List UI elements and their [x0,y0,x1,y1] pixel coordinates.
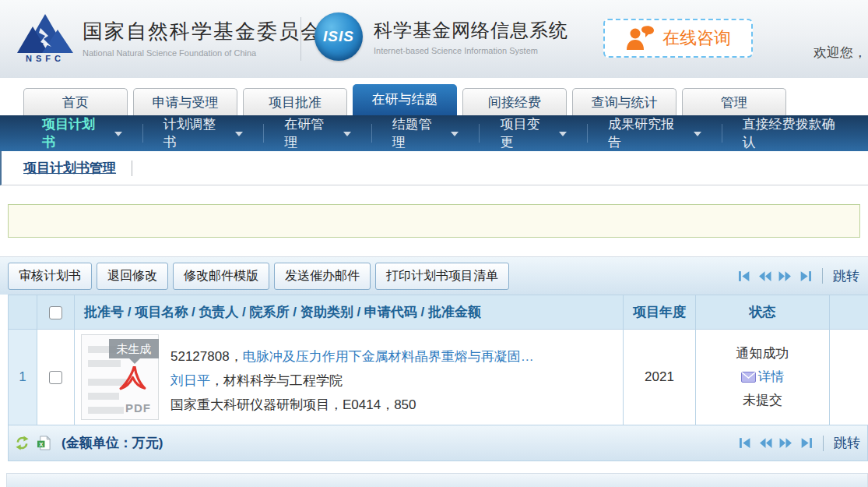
message-box [8,204,860,238]
row-extra-cell [830,330,868,425]
return-revise-button[interactable]: 退回修改 [97,263,168,290]
pdf-label: PDF [125,401,151,415]
nsfc-logo-icon: NSFC [17,12,73,62]
adobe-pdf-icon [119,366,147,393]
header: NSFC 国家自然科学基金委员会 National Natural Scienc… [0,0,868,78]
detail-link[interactable]: 详情 [758,369,785,384]
next-page-icon[interactable] [778,270,792,283]
menu-label: 结题管理 [392,115,445,151]
org-name-en: National Natural Science Foundation of C… [83,48,322,58]
consult-person-icon [625,25,655,51]
jump-to-page-label[interactable]: 跳转 [834,434,860,452]
chevron-down-icon [235,132,243,136]
pdf-thumbnail[interactable]: 未生成 PDF [81,334,159,420]
col-header-index [9,295,37,330]
status-notify: 通知成功 [696,342,829,365]
table-header-row: 批准号 / 项目名称 / 负责人 / 院系所 / 资助类别 / 申请代码 / 批… [9,295,868,330]
last-page-icon[interactable] [799,270,812,283]
first-page-icon[interactable] [738,270,751,283]
menu-direct-fund-confirm[interactable]: 直接经费拨款确认 [722,124,868,143]
plans-table: 批准号 / 项目名称 / 负责人 / 院系所 / 资助类别 / 申请代码 / 批… [8,295,868,425]
breadcrumb-divider [132,161,132,176]
tab-project-approval[interactable]: 项目批准 [243,88,347,115]
pagination-top: 跳转 [738,257,859,295]
export-excel-icon[interactable]: X [37,436,51,450]
chevron-down-icon [559,132,567,136]
row-checkbox-cell [37,330,75,425]
row-index: 1 [9,330,37,425]
chevron-down-icon [114,132,122,136]
status-submit: 未提交 [696,389,829,412]
menu-label: 成果研究报告 [608,115,687,151]
status-cell: 通知成功 详情 未提交 [696,330,830,425]
row-main-cell: 未生成 PDF 52127808，电脉冲及压力作用下金属材料晶界重熔与再凝固… … [75,330,624,425]
system-name-en: Internet-based Science Information Syste… [374,46,568,55]
row-checkbox[interactable] [49,371,62,384]
tab-home[interactable]: 首页 [23,88,128,115]
amount-unit-label: (金额单位：万元) [61,434,163,452]
breadcrumb: 项目计划书管理 [0,151,868,185]
review-plan-button[interactable]: 审核计划书 [8,263,92,290]
project-info: 52127808，电脉冲及压力作用下金属材料晶界重熔与再凝固… 刘日平，材料科学… [81,334,620,417]
svg-text:NSFC: NSFC [26,54,65,62]
tab-management[interactable]: 管理 [682,88,786,115]
welcome-text: 欢迎您， [814,44,866,62]
toolbar: 审核计划书 退回修改 修改邮件模版 发送催办邮件 打印计划书项目清单 跳转 [0,256,868,295]
menu-inprogress-management[interactable]: 在研管理 [263,124,371,143]
menu-project-plan[interactable]: 项目计划书 [22,124,142,143]
print-plan-list-button[interactable]: 打印计划书项目清单 [375,263,509,290]
tab-query-statistics[interactable]: 查询与统计 [572,88,676,115]
pagination-bottom: 跳转 [739,425,860,461]
menu-project-change[interactable]: 项目变更 [479,124,587,143]
menu-label: 在研管理 [284,115,337,151]
edit-mail-template-button[interactable]: 修改邮件模版 [173,263,269,290]
nsfc-brand: NSFC 国家自然科学基金委员会 National Natural Scienc… [17,12,322,62]
online-consult-button[interactable]: 在线咨询 [603,19,753,58]
approval-number: 52127808， [170,349,243,364]
col-header-status: 状态 [696,295,830,330]
prev-page-icon[interactable] [759,436,772,450]
org-name-cn: 国家自然科学基金委员会 [83,18,322,45]
breadcrumb-link[interactable]: 项目计划书管理 [23,159,116,177]
isis-logo-text: ISIS [323,28,354,45]
table-footer: X (金额单位：万元) 跳转 [8,425,868,461]
project-title-link[interactable]: 电脉冲及压力作用下金属材料晶界重熔与再凝固… [243,349,534,364]
table-row: 1 未生成 PDF [9,330,868,425]
menu-conclusion-management[interactable]: 结题管理 [371,124,480,143]
chevron-down-icon [694,132,701,136]
select-all-checkbox[interactable] [49,306,62,319]
menu-achievement-report[interactable]: 成果研究报告 [587,124,722,143]
col-header-extra [830,295,868,330]
first-page-icon[interactable] [739,436,752,450]
next-page-icon[interactable] [779,436,792,450]
chevron-down-icon [451,132,459,136]
menu-label: 项目计划书 [42,115,108,151]
sub-menubar: 项目计划书 计划调整书 在研管理 结题管理 项目变更 成果研究报告 直接经费拨款… [0,115,868,151]
jump-to-page-label[interactable]: 跳转 [833,267,859,285]
chevron-down-icon [343,132,351,136]
not-generated-badge: 未生成 [109,339,159,358]
pager-divider [822,268,823,284]
col-header-main: 批准号 / 项目名称 / 负责人 / 院系所 / 资助类别 / 申请代码 / 批… [75,295,624,330]
page: NSFC 国家自然科学基金委员会 National Natural Scienc… [0,0,868,487]
header-divider [300,17,301,61]
send-reminder-mail-button[interactable]: 发送催办邮件 [274,263,371,290]
tab-indirect-funds[interactable]: 间接经费 [462,88,567,115]
pager-divider [823,436,824,451]
menu-plan-adjustment[interactable]: 计划调整书 [142,124,264,143]
system-name-cn: 科学基金网络信息系统 [374,18,568,43]
isis-logo-icon: ISIS [315,12,363,61]
last-page-icon[interactable] [799,436,813,450]
next-section-bar [6,473,868,487]
category-code-amount: 国家重大科研仪器研制项目，E0414，850 [81,393,620,417]
leader-link[interactable]: 刘日平 [170,373,210,388]
menu-label: 计划调整书 [163,115,230,151]
prev-page-icon[interactable] [758,270,771,283]
system-brand: ISIS 科学基金网络信息系统 Internet-based Science I… [315,12,568,61]
refresh-icon[interactable] [15,436,30,450]
menu-label: 项目变更 [500,115,553,151]
mail-icon [741,372,756,383]
tab-inprogress-conclusion[interactable]: 在研与结题 [353,84,457,115]
tab-apply-accept[interactable]: 申请与受理 [133,88,237,115]
consult-label: 在线咨询 [662,26,731,50]
